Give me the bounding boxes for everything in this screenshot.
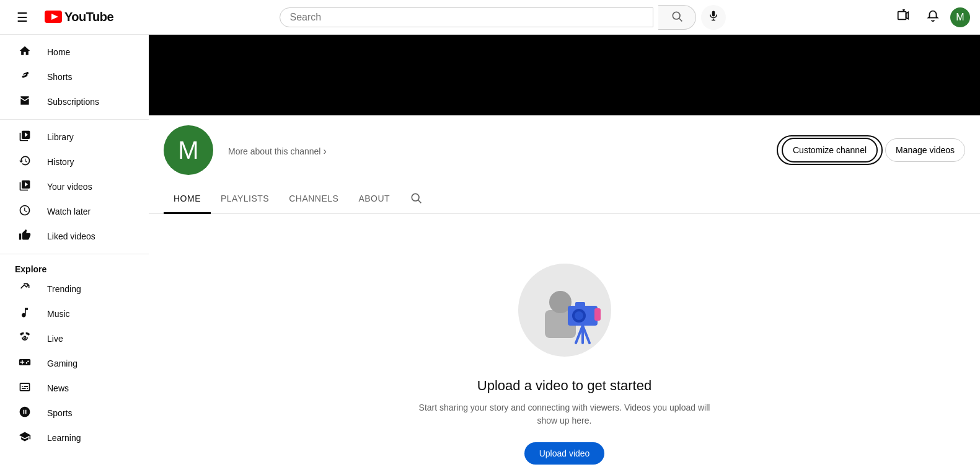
sidebar-item-library[interactable]: Library [2,125,146,149]
subscriptions-icon [17,94,32,110]
your-videos-icon [17,179,32,195]
empty-description: Start sharing your story and connecting … [416,401,713,427]
search-button[interactable] [658,5,696,30]
channel-more-text: More about this channel [228,146,320,156]
sidebar-item-live[interactable]: Live [2,326,146,351]
sidebar-item-music[interactable]: Music [2,301,146,326]
shorts-icon [17,69,32,85]
manage-videos-button[interactable]: Manage videos [885,138,965,162]
sidebar: Home Shorts Subscriptions Library His [0,35,149,472]
youtube-logo[interactable]: YouTube [45,7,113,27]
empty-illustration [509,251,620,363]
search-input[interactable] [290,12,643,23]
svg-point-11 [412,194,419,201]
main-content: M More about this channel › Customize ch… [149,35,980,472]
create-button[interactable] [891,5,916,30]
sidebar-item-learning[interactable]: Learning [2,425,146,450]
sidebar-item-shorts-label: Shorts [47,72,72,82]
layout: Home Shorts Subscriptions Library His [0,35,980,472]
learning-icon [17,430,32,446]
sidebar-item-live-label: Live [47,334,63,344]
svg-line-3 [679,19,682,22]
tab-about[interactable]: ABOUT [348,185,400,214]
channel-info: M More about this channel › Customize ch… [149,115,980,185]
tab-playlists[interactable]: PLAYLISTS [211,185,279,214]
channel-meta: More about this channel › [228,143,767,157]
library-icon [17,130,32,145]
svg-point-18 [575,311,583,320]
svg-marker-8 [906,12,909,19]
notifications-button[interactable] [920,5,945,30]
hamburger-icon: ☰ [17,10,28,25]
sidebar-item-news[interactable]: News [2,376,146,401]
history-icon [17,154,32,170]
svg-rect-4 [712,11,715,17]
chevron-right-icon: › [323,146,326,157]
sidebar-item-trending-label: Trending [47,284,81,294]
live-icon [17,331,32,347]
sidebar-item-subscriptions[interactable]: Subscriptions [2,89,146,114]
header: ☰ YouTube [0,0,980,35]
trending-icon [17,282,32,297]
header-right: M [846,5,970,30]
sidebar-item-watch-later-label: Watch later [47,207,90,216]
channel-banner [149,35,980,115]
search-area [280,5,726,30]
gaming-icon [17,356,32,372]
channel-more-link[interactable]: More about this channel › [228,146,767,157]
search-bar-container [280,7,653,27]
tab-channels[interactable]: CHANNELS [279,185,348,214]
avatar[interactable]: M [950,7,970,27]
svg-point-2 [673,12,680,19]
explore-section-title: Explore [0,259,149,277]
news-icon [17,381,32,396]
sidebar-item-sports[interactable]: Sports [2,401,146,425]
svg-rect-23 [594,308,601,321]
sports-icon [17,406,32,421]
sidebar-item-learning-label: Learning [47,433,81,443]
sidebar-item-sports-label: Sports [47,408,72,418]
liked-videos-icon [17,229,32,244]
bell-icon [926,9,940,25]
home-icon [17,45,32,60]
header-left: ☰ YouTube [10,5,159,30]
svg-rect-7 [898,12,906,20]
menu-button[interactable]: ☰ [10,5,35,30]
music-icon [17,306,32,322]
sidebar-item-your-videos[interactable]: Your videos [2,174,146,199]
sidebar-item-shorts[interactable]: Shorts [2,65,146,89]
channel-search-icon[interactable] [405,187,427,212]
sidebar-item-gaming-label: Gaming [47,358,77,368]
sidebar-item-liked-videos[interactable]: Liked videos [2,224,146,249]
sidebar-item-trending[interactable]: Trending [2,277,146,301]
customize-channel-button[interactable]: Customize channel [782,138,878,163]
empty-title: Upload a video to get started [477,378,651,394]
sidebar-item-home[interactable]: Home [2,40,146,65]
sidebar-divider-2 [0,254,149,254]
channel-avatar: M [164,125,213,175]
sidebar-item-subscriptions-label: Subscriptions [47,97,99,107]
upload-video-button[interactable]: Upload video [524,442,605,465]
empty-state: Upload a video to get started Start shar… [149,214,980,472]
youtube-logo-text: YouTube [64,10,113,24]
sidebar-item-history[interactable]: History [2,149,146,174]
watch-later-icon [17,204,32,220]
mic-button[interactable] [701,5,726,30]
sidebar-item-home-label: Home [47,47,70,57]
sidebar-divider-1 [0,119,149,120]
sidebar-item-library-label: Library [47,132,74,142]
sidebar-item-watch-later[interactable]: Watch later [2,199,146,224]
channel-actions: Customize channel Manage videos [782,138,965,163]
tab-home[interactable]: HOME [164,185,211,214]
svg-line-12 [418,200,422,203]
sidebar-item-gaming[interactable]: Gaming [2,351,146,376]
channel-tabs: HOME PLAYLISTS CHANNELS ABOUT [149,185,980,214]
sidebar-item-your-videos-label: Your videos [47,182,92,192]
sidebar-item-music-label: Music [47,309,70,319]
sidebar-item-liked-videos-label: Liked videos [47,231,95,241]
sidebar-item-history-label: History [47,157,74,167]
create-icon [896,9,910,25]
youtube-logo-icon [45,7,62,27]
search-icon [671,10,683,24]
svg-rect-19 [575,302,585,307]
